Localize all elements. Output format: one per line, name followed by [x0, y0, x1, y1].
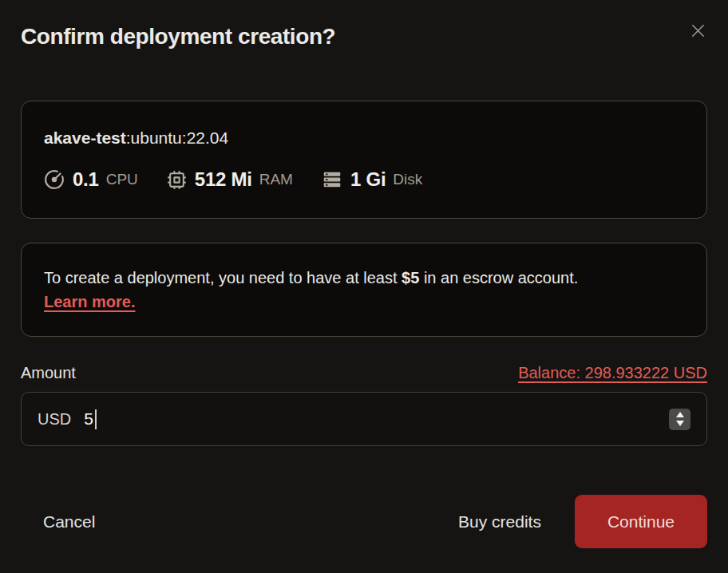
- cpu-chip-icon: [167, 170, 187, 190]
- ram-label: RAM: [259, 171, 293, 188]
- ram-spec: 512 Mi RAM: [167, 168, 293, 191]
- notice-amount: $5: [402, 269, 419, 286]
- cpu-spec: 0.1 CPU: [44, 168, 138, 191]
- notice-text-after: in an escrow account.: [419, 269, 578, 286]
- notice-text-before: To create a deployment, you need to have…: [44, 269, 402, 286]
- dialog-title: Confirm deployment creation?: [21, 24, 707, 49]
- deployment-name: akave-test: [44, 128, 126, 147]
- escrow-notice-text: To create a deployment, you need to have…: [44, 266, 684, 290]
- close-icon[interactable]: [686, 19, 709, 41]
- footer-right-group: Buy credits Continue: [458, 495, 707, 548]
- continue-button[interactable]: Continue: [575, 495, 707, 548]
- disk-label: Disk: [393, 171, 422, 188]
- currency-prefix: USD: [38, 410, 71, 429]
- dialog-footer: Cancel Buy credits Continue: [21, 495, 707, 548]
- learn-more-link[interactable]: Learn more.: [44, 290, 135, 314]
- resource-specs-row: 0.1 CPU 512 Mi RAM: [44, 168, 684, 191]
- cancel-button[interactable]: Cancel: [43, 512, 95, 532]
- deployment-image-name: akave-test:ubuntu:22.04: [44, 127, 684, 149]
- cpu-label: CPU: [106, 171, 138, 188]
- text-caret: [95, 409, 97, 429]
- stepper-up-icon[interactable]: [676, 412, 684, 417]
- escrow-notice-card: To create a deployment, you need to have…: [21, 243, 707, 337]
- amount-value: 5: [84, 409, 93, 429]
- ram-value: 512 Mi: [195, 168, 252, 191]
- confirm-deployment-dialog: Confirm deployment creation? akave-test:…: [0, 0, 728, 573]
- amount-row: Amount Balance: 298.933222 USD: [21, 364, 707, 382]
- stepper-down-icon[interactable]: [676, 421, 684, 426]
- disk-icon: [322, 169, 342, 190]
- disk-value: 1 Gi: [350, 168, 386, 191]
- deployment-image-tag: :ubuntu:22.04: [126, 128, 228, 147]
- amount-label: Amount: [21, 364, 76, 382]
- amount-input[interactable]: USD 5: [21, 392, 707, 446]
- number-stepper[interactable]: [669, 409, 690, 430]
- disk-spec: 1 Gi Disk: [322, 168, 422, 191]
- gauge-icon: [44, 169, 65, 190]
- deployment-spec-card: akave-test:ubuntu:22.04 0.1 CPU: [21, 101, 707, 219]
- buy-credits-button[interactable]: Buy credits: [458, 512, 541, 532]
- balance-link[interactable]: Balance: 298.933222 USD: [518, 364, 707, 382]
- cpu-value: 0.1: [73, 168, 99, 191]
